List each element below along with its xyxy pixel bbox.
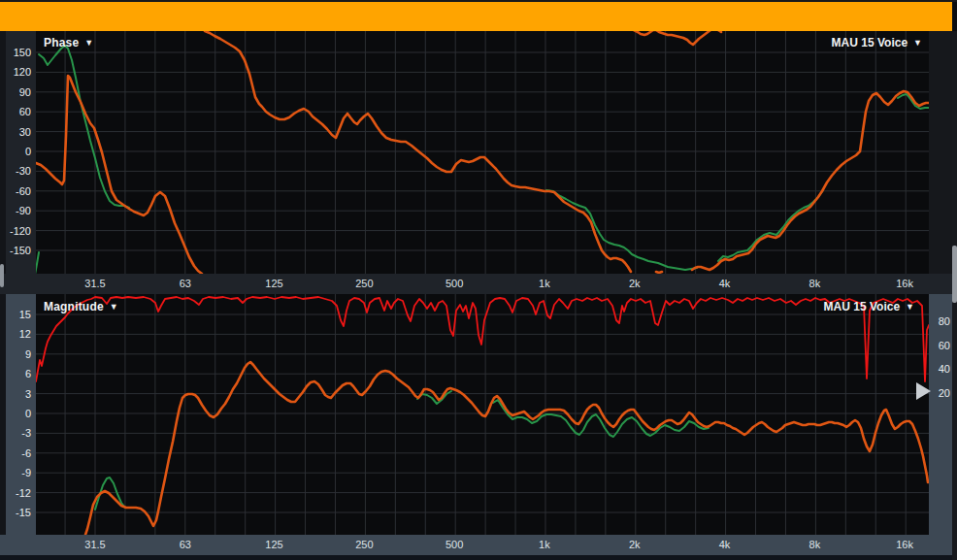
alert-banner[interactable]: [0, 2, 952, 31]
magnitude-y-tick: -12: [4, 486, 31, 500]
phase-source-dropdown[interactable]: MAU 15 Voice▼: [767, 36, 922, 49]
magnitude-y-tick: 9: [4, 347, 31, 361]
dropdown-arrow-icon: ▼: [84, 38, 93, 48]
phase-freq-tick: 16k: [883, 277, 926, 290]
phase-y-tick: -150: [4, 244, 31, 257]
magnitude-source-dropdown[interactable]: MAU 15 Voice▼: [759, 300, 914, 313]
dropdown-arrow-icon: ▼: [110, 302, 118, 312]
phase-right-margin: [929, 31, 952, 274]
phase-plot-area[interactable]: [36, 31, 929, 274]
coherence-y-tick: 40: [929, 362, 950, 376]
phase-freq-tick: 4k: [704, 277, 746, 290]
phase-type-dropdown[interactable]: Phase▼: [44, 36, 93, 49]
coherence-y-tick: 80: [929, 314, 950, 328]
phase-y-tick: 120: [4, 65, 31, 79]
phase-y-tick: -90: [4, 204, 31, 217]
phase-freq-tick: 31.5: [74, 277, 116, 290]
magnitude-freq-tick: 500: [433, 538, 476, 551]
magnitude-y-tick: 6: [4, 367, 31, 380]
coherence-y-axis: [929, 294, 952, 535]
phase-freq-tick: 250: [343, 277, 385, 290]
phase-freq-tick: 500: [433, 277, 476, 290]
magnitude-y-tick: 0: [4, 407, 31, 420]
magnitude-freq-tick: 16k: [883, 538, 926, 551]
magnitude-source-label: MAU 15 Voice: [824, 300, 900, 313]
magnitude-y-tick: -9: [4, 466, 31, 479]
phase-y-tick: -120: [4, 224, 31, 238]
magnitude-freq-tick: 2k: [613, 538, 656, 551]
magnitude-freq-tick: 4k: [704, 538, 746, 551]
magnitude-y-tick: 12: [4, 327, 31, 341]
magnitude-freq-tick: 1k: [523, 538, 566, 551]
magnitude-freq-tick: 250: [343, 538, 385, 551]
magnitude-y-tick: -15: [4, 506, 31, 519]
phase-freq-tick: 8k: [793, 277, 836, 290]
phase-y-tick: 30: [4, 125, 31, 139]
coherence-y-tick: 20: [929, 386, 950, 400]
magnitude-type-dropdown[interactable]: Magnitude▼: [44, 300, 118, 313]
coherence-y-tick: 60: [929, 339, 950, 352]
dropdown-arrow-icon: ▼: [906, 302, 914, 312]
magnitude-y-tick: -6: [4, 446, 31, 460]
phase-y-tick: 150: [4, 46, 31, 59]
phase-source-label: MAU 15 Voice: [832, 36, 908, 49]
magnitude-title-label: Magnitude: [44, 300, 104, 313]
audio-analyzer-window: Phase▼ MAU 15 Voice▼ Magnitude▼ MAU 15 V…: [0, 0, 957, 560]
phase-freq-tick: 1k: [523, 277, 566, 290]
dropdown-arrow-icon: ▼: [913, 38, 922, 48]
magnitude-y-tick: 3: [4, 387, 31, 401]
phase-y-tick: 60: [4, 105, 31, 118]
phase-y-tick: 90: [4, 85, 31, 99]
magnitude-y-tick: 15: [4, 308, 31, 321]
phase-y-tick: 0: [4, 145, 31, 158]
phase-freq-tick: 2k: [613, 277, 656, 290]
phase-freq-tick: 125: [253, 277, 296, 290]
window-bottom-edge: [0, 555, 957, 560]
magnitude-freq-tick: 8k: [793, 538, 836, 551]
magnitude-y-tick: -3: [4, 426, 31, 440]
left-scrollbar-thumb[interactable]: [0, 264, 4, 287]
magnitude-freq-tick: 63: [164, 538, 207, 551]
vertical-scrollbar-thumb[interactable]: [952, 246, 957, 303]
phase-freq-tick: 63: [164, 277, 207, 290]
magnitude-freq-tick: 31.5: [74, 538, 116, 551]
phase-title-label: Phase: [44, 36, 79, 49]
magnitude-freq-tick: 125: [253, 538, 296, 551]
magnitude-plot-area[interactable]: [36, 294, 929, 535]
phase-y-tick: -60: [4, 184, 31, 198]
phase-y-tick: -30: [4, 164, 31, 178]
